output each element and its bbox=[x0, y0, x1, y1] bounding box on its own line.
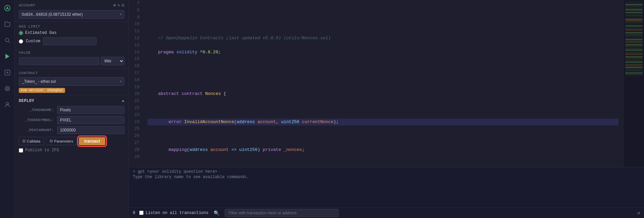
contract-select-row: _Token_ - ether.sol bbox=[19, 77, 124, 86]
mm-line bbox=[625, 30, 643, 31]
mm-line bbox=[625, 55, 643, 56]
filter-input[interactable] bbox=[225, 209, 339, 217]
param-input-tokensymbol[interactable] bbox=[57, 116, 124, 124]
mm-line bbox=[625, 9, 643, 10]
mm-line bbox=[625, 31, 643, 32]
minimap bbox=[624, 0, 644, 167]
deploy-section: DEPLOY ▲ _TOKENNAME: _TOKENSYMBOL: _MINT… bbox=[15, 96, 128, 155]
code-line-15: error InvalidAccountNonce(address accoun… bbox=[148, 119, 619, 126]
code-line-11 bbox=[148, 63, 619, 70]
code-lines: // OpenZeppelin Contracts (last updated … bbox=[142, 0, 624, 167]
remix-logo-icon[interactable] bbox=[2, 3, 13, 13]
file-explorer-icon[interactable] bbox=[2, 19, 13, 30]
code-line-14 bbox=[148, 105, 619, 112]
parameters-icon: ⊡ bbox=[50, 139, 53, 143]
edit-icon[interactable]: ✎ bbox=[117, 3, 120, 8]
mm-line bbox=[625, 74, 643, 75]
value-label: VALUE bbox=[19, 51, 124, 55]
mm-line bbox=[625, 23, 643, 24]
mm-line bbox=[625, 8, 643, 9]
account-label: ACCOUNT ⊕ ✎ ⊡ bbox=[19, 3, 124, 8]
contract-select[interactable]: _Token_ - ether.sol bbox=[19, 77, 124, 86]
code-line-7 bbox=[148, 7, 619, 14]
listen-checkbox[interactable] bbox=[139, 211, 144, 215]
parameters-button[interactable]: ⊡ Parameters bbox=[46, 137, 77, 145]
mm-line bbox=[625, 3, 643, 4]
param-label-tokensymbol: _TOKENSYMBOL: bbox=[19, 118, 56, 122]
contract-select-wrapper[interactable]: _Token_ - ether.sol bbox=[19, 77, 124, 86]
mm-line bbox=[625, 66, 643, 67]
mm-line bbox=[625, 50, 643, 51]
svg-marker-3 bbox=[5, 54, 9, 59]
code-line-17: mapping(address account => uint256) priv… bbox=[148, 147, 619, 154]
terminal-line-1: > gpt <your solidity question here> bbox=[133, 169, 640, 174]
contract-label: CONTRACT bbox=[19, 71, 124, 75]
mm-line bbox=[625, 70, 643, 71]
terminal-line-2: Type the library name to see available c… bbox=[133, 175, 640, 179]
calldata-button[interactable]: ⊡ Calldata bbox=[19, 137, 44, 145]
svg-point-6 bbox=[6, 102, 8, 105]
user-icon[interactable] bbox=[2, 99, 13, 110]
mm-line bbox=[625, 60, 643, 61]
code-content: 7 8 9 10 11 12 13 14 15 16 17 18 19 20 2… bbox=[129, 0, 644, 167]
value-input[interactable]: 0 bbox=[19, 57, 99, 65]
mm-line bbox=[625, 34, 643, 35]
publish-checkbox[interactable] bbox=[19, 148, 23, 153]
mm-line bbox=[625, 38, 643, 39]
mm-line bbox=[625, 5, 643, 6]
publish-row: Publish to IFS bbox=[19, 148, 124, 153]
filter-search-icon[interactable]: 🔍 bbox=[212, 210, 221, 216]
mm-line bbox=[625, 44, 643, 45]
plugin-icon[interactable] bbox=[2, 83, 13, 94]
param-row-mintamount: _MINTAMOUNT: bbox=[19, 126, 124, 134]
mm-line bbox=[625, 54, 643, 55]
mm-line bbox=[625, 4, 643, 5]
line-numbers: 7 8 9 10 11 12 13 14 15 16 17 18 19 20 2… bbox=[129, 0, 142, 167]
code-line-12 bbox=[148, 77, 619, 84]
collapse-icon[interactable]: ▲ bbox=[122, 99, 124, 103]
param-row-tokensymbol: _TOKENSYMBOL: bbox=[19, 116, 124, 124]
compile-icon[interactable] bbox=[2, 51, 13, 62]
param-input-tokenname[interactable] bbox=[57, 106, 124, 114]
mm-line bbox=[625, 15, 643, 16]
gas-limit-label: GAS LIMIT bbox=[19, 24, 124, 29]
svg-point-1 bbox=[5, 38, 9, 42]
code-line-16 bbox=[148, 132, 619, 140]
search-nav-icon[interactable] bbox=[2, 35, 13, 46]
minimap-lines bbox=[624, 0, 644, 167]
estimated-gas-radio[interactable] bbox=[19, 31, 23, 35]
copy-icon[interactable]: ⊕ bbox=[113, 3, 116, 8]
estimated-gas-label: Estimated Gas bbox=[25, 31, 57, 35]
param-label-tokenname: _TOKENNAME: bbox=[19, 108, 56, 112]
deploy-nav-icon[interactable] bbox=[2, 67, 13, 78]
mm-line bbox=[625, 32, 643, 33]
mm-line bbox=[625, 64, 643, 65]
account-select-wrapper[interactable]: 0x834...64816 (0.08715132 ether) bbox=[19, 10, 124, 19]
mm-line bbox=[625, 67, 643, 68]
transact-button[interactable]: transact bbox=[79, 137, 105, 145]
account-select[interactable]: 0x834...64816 (0.08715132 ether) bbox=[19, 10, 124, 19]
custom-gas-input[interactable]: 3000000 bbox=[43, 37, 97, 45]
unit-select[interactable]: Wei Gwei Finney Ether bbox=[101, 57, 124, 65]
mm-line bbox=[625, 42, 643, 43]
code-line-13: abstract contract Nonces { bbox=[148, 91, 619, 98]
custom-gas-row: Custom 3000000 bbox=[19, 37, 124, 45]
transaction-count: 0 bbox=[133, 211, 135, 215]
param-input-mintamount[interactable] bbox=[57, 126, 124, 134]
refresh-icon[interactable]: ↺ bbox=[637, 210, 640, 216]
contract-section: CONTRACT _Token_ - ether.sol evm version… bbox=[15, 68, 128, 96]
info-icon[interactable]: ⊡ bbox=[122, 3, 124, 8]
status-bar: 0 Listen on all transactions 🔍 ↺ bbox=[129, 207, 644, 218]
mm-line bbox=[625, 58, 643, 59]
mm-line bbox=[625, 52, 643, 53]
calldata-icon: ⊡ bbox=[22, 139, 25, 143]
code-line-9: // OpenZeppelin Contracts (last updated … bbox=[148, 35, 619, 42]
code-editor: 7 8 9 10 11 12 13 14 15 16 17 18 19 20 2… bbox=[129, 0, 644, 167]
mm-line bbox=[625, 39, 643, 40]
param-row-tokenname: _TOKENNAME: bbox=[19, 106, 124, 114]
custom-gas-radio[interactable] bbox=[19, 39, 23, 44]
mm-line bbox=[625, 46, 643, 47]
mm-line bbox=[625, 56, 643, 57]
mm-line bbox=[625, 24, 643, 25]
mm-line bbox=[625, 48, 643, 49]
